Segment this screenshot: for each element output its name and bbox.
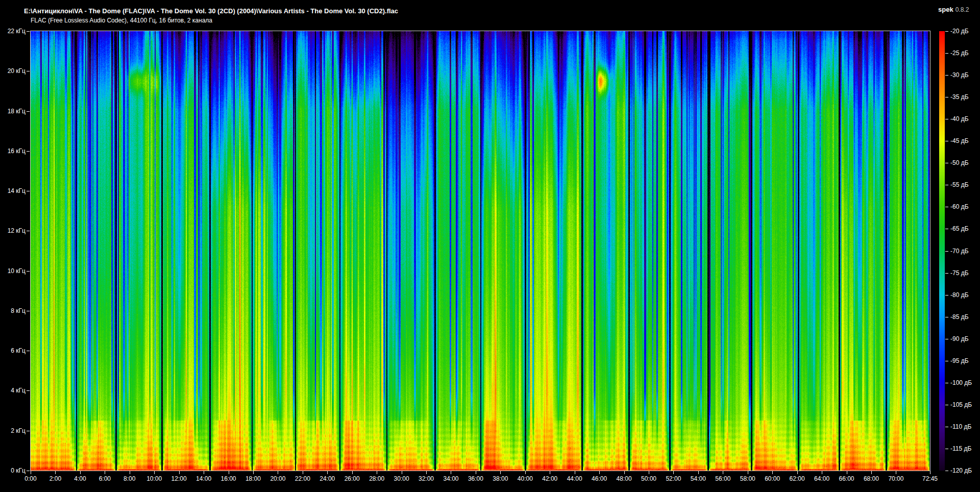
freq-tick xyxy=(27,151,30,152)
freq-tick-label: 14 кГц xyxy=(0,188,26,194)
time-tick xyxy=(80,471,81,474)
db-tick xyxy=(945,383,948,383)
time-tick xyxy=(822,471,822,474)
time-tick xyxy=(55,471,56,474)
time-tick-label: 60:00 xyxy=(765,476,780,482)
spek-window: E:\Антициклон\VA - The Dome (FLAC)\VA - … xyxy=(0,0,980,492)
time-tick xyxy=(278,471,278,474)
time-tick-label: 12:00 xyxy=(172,476,187,482)
db-tick xyxy=(945,471,948,471)
time-tick-label: 72:45 xyxy=(922,476,938,482)
db-tick xyxy=(945,141,948,141)
time-tick-label: 6:00 xyxy=(99,476,111,482)
time-tick xyxy=(673,471,674,474)
time-tick-label: 62:00 xyxy=(790,476,805,482)
time-tick xyxy=(426,471,427,474)
time-tick xyxy=(130,471,130,474)
db-tick xyxy=(945,339,948,339)
time-tick-label: 58:00 xyxy=(740,476,755,482)
app-brand: spek0.8.2 xyxy=(938,5,969,14)
time-tick xyxy=(253,471,254,474)
db-tick xyxy=(945,163,948,163)
db-tick-label: -45 дБ xyxy=(950,138,969,144)
time-tick xyxy=(377,471,377,474)
db-tick xyxy=(945,427,948,427)
freq-tick xyxy=(27,191,30,191)
time-tick-label: 46:00 xyxy=(592,476,607,482)
freq-tick xyxy=(27,311,30,311)
time-tick xyxy=(575,471,575,474)
freq-tick-label: 0 кГц xyxy=(0,468,26,474)
freq-tick xyxy=(27,31,30,32)
freq-tick xyxy=(27,390,30,391)
db-tick-label: -115 дБ xyxy=(950,446,971,452)
time-tick xyxy=(451,471,451,474)
time-tick xyxy=(105,471,105,474)
time-tick-label: 8:00 xyxy=(124,476,135,482)
db-tick xyxy=(945,53,948,54)
time-tick xyxy=(871,471,872,474)
time-tick-label: 14:00 xyxy=(196,476,211,482)
time-tick-label: 42:00 xyxy=(542,476,557,482)
time-tick xyxy=(797,471,798,474)
freq-tick xyxy=(27,351,30,351)
app-name: spek xyxy=(938,6,953,13)
time-tick-label: 48:00 xyxy=(617,476,632,482)
db-tick-label: -105 дБ xyxy=(950,402,972,408)
time-tick xyxy=(204,471,204,474)
db-tick xyxy=(945,119,948,119)
time-tick-label: 0:00 xyxy=(24,476,36,482)
freq-tick-label: 18 кГц xyxy=(0,108,26,114)
time-tick-label: 16:00 xyxy=(221,476,236,482)
freq-tick-label: 6 кГц xyxy=(0,348,26,354)
time-tick xyxy=(550,471,550,474)
db-tick xyxy=(945,185,948,185)
db-tick-label: -30 дБ xyxy=(950,72,969,78)
time-tick-label: 68:00 xyxy=(864,476,879,482)
time-tick xyxy=(179,471,180,474)
freq-tick-label: 2 кГц xyxy=(0,428,26,434)
freq-tick-label: 10 кГц xyxy=(0,268,26,274)
freq-tick xyxy=(27,71,30,71)
time-tick-label: 56:00 xyxy=(715,476,730,482)
time-tick xyxy=(402,471,402,474)
freq-tick xyxy=(27,471,30,471)
db-tick-label: -55 дБ xyxy=(950,182,969,188)
time-tick xyxy=(476,471,476,474)
db-tick-label: -80 дБ xyxy=(950,292,969,298)
time-tick xyxy=(624,471,625,474)
db-tick xyxy=(945,317,948,317)
time-tick-label: 26:00 xyxy=(345,476,360,482)
freq-tick-label: 20 кГц xyxy=(0,68,26,74)
time-tick-label: 52:00 xyxy=(666,476,681,482)
db-tick xyxy=(945,273,948,274)
db-tick xyxy=(945,207,948,207)
time-tick xyxy=(649,471,649,474)
db-tick-label: -95 дБ xyxy=(950,358,969,364)
time-tick xyxy=(352,471,353,474)
db-tick-label: -90 дБ xyxy=(950,336,969,342)
file-path: E:\Антициклон\VA - The Dome (FLAC)\VA - … xyxy=(24,7,398,15)
db-tick-label: -75 дБ xyxy=(950,270,969,276)
db-tick-label: -110 дБ xyxy=(950,424,971,430)
time-tick-label: 20:00 xyxy=(270,476,285,482)
file-format-info: FLAC (Free Lossless Audio Codec), 44100 … xyxy=(31,17,212,24)
time-tick-label: 24:00 xyxy=(320,476,335,482)
time-tick-label: 44:00 xyxy=(567,476,582,482)
time-tick xyxy=(327,471,328,474)
time-tick-label: 32:00 xyxy=(419,476,434,482)
db-tick xyxy=(945,229,948,229)
time-tick xyxy=(896,471,896,474)
freq-tick-label: 16 кГц xyxy=(0,148,26,154)
db-tick-label: -25 дБ xyxy=(950,50,969,56)
db-tick xyxy=(945,449,948,449)
time-tick-label: 36:00 xyxy=(468,476,483,482)
freq-tick xyxy=(27,431,30,431)
time-tick xyxy=(303,471,303,474)
db-tick-label: -85 дБ xyxy=(950,314,969,320)
db-tick-label: -120 дБ xyxy=(950,468,972,474)
time-tick xyxy=(847,471,847,474)
time-tick-label: 4:00 xyxy=(74,476,86,482)
db-tick xyxy=(945,251,948,252)
time-tick xyxy=(748,471,748,474)
